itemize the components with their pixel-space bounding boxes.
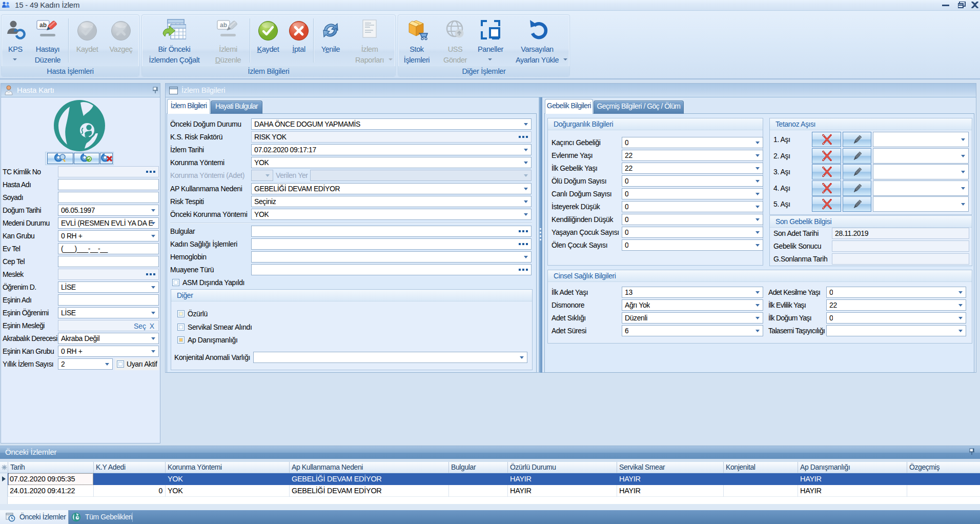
svg-text:ab: ab [39, 22, 47, 29]
svg-text:ab: ab [220, 22, 227, 29]
